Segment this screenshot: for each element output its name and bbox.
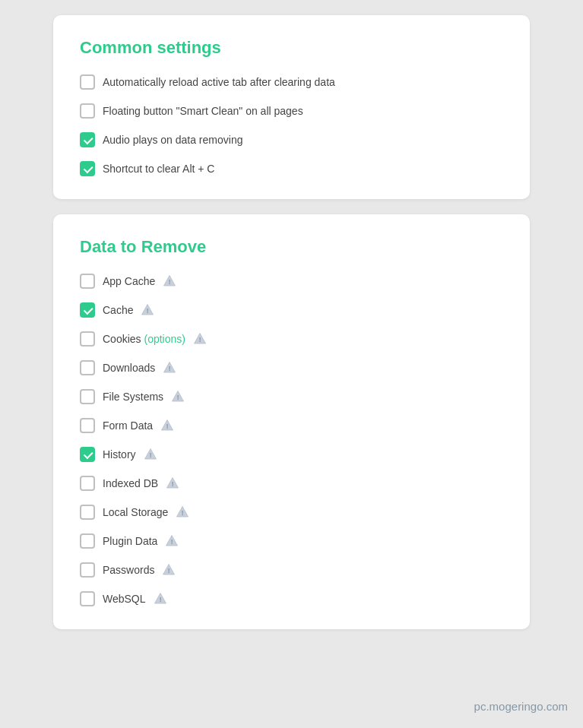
- checkbox-cache[interactable]: [80, 302, 95, 318]
- checkbox-row-local-storage: Local Storage !: [80, 505, 503, 520]
- checkbox-indexed-db[interactable]: [80, 476, 95, 491]
- checkbox-cookies[interactable]: [80, 331, 95, 347]
- warning-icon-indexed-db: !: [166, 476, 179, 490]
- checkbox-row-plugin-data: Plugin Data !: [80, 533, 503, 549]
- checkbox-row-passwords: Passwords !: [80, 562, 503, 578]
- warning-icon-cache: !: [141, 303, 154, 317]
- checkbox-history[interactable]: [80, 447, 95, 462]
- warning-icon-form-data: !: [160, 419, 174, 432]
- label-plugin-data: Plugin Data: [103, 535, 157, 547]
- checkbox-row-cookies: Cookies (options) !: [80, 331, 503, 347]
- checkbox-row-file-systems: File Systems !: [80, 389, 503, 404]
- label-cookies: Cookies (options): [103, 333, 185, 345]
- label-audio-plays: Audio plays on data removing: [103, 134, 242, 146]
- label-auto-reload: Automatically reload active tab after cl…: [103, 76, 335, 88]
- checkbox-file-systems[interactable]: [80, 389, 95, 404]
- warning-icon-passwords: !: [162, 563, 176, 577]
- label-cache: Cache: [103, 304, 133, 316]
- checkbox-row-form-data: Form Data !: [80, 418, 503, 433]
- cookies-options-text: (options): [144, 333, 185, 345]
- svg-text:!: !: [149, 452, 151, 459]
- common-settings-card: Common settings Automatically reload act…: [53, 15, 530, 199]
- label-websql: WebSQL: [103, 593, 146, 605]
- warning-icon-cookies: !: [193, 332, 207, 346]
- label-file-systems: File Systems: [103, 391, 163, 403]
- label-downloads: Downloads: [103, 362, 155, 374]
- label-floating-button: Floating button "Smart Clean" on all pag…: [103, 105, 303, 117]
- label-local-storage: Local Storage: [103, 506, 168, 518]
- data-to-remove-title: Data to Remove: [80, 237, 503, 257]
- warning-icon-file-systems: !: [171, 390, 185, 404]
- checkbox-passwords[interactable]: [80, 562, 95, 578]
- checkbox-row-cache: Cache !: [80, 302, 503, 318]
- warning-icon-plugin-data: !: [165, 534, 179, 548]
- checkbox-row-auto-reload: Automatically reload active tab after cl…: [80, 74, 503, 90]
- checkbox-audio-plays[interactable]: [80, 132, 95, 147]
- svg-text:!: !: [172, 481, 174, 488]
- label-history: History: [103, 448, 136, 461]
- label-shortcut: Shortcut to clear Alt + C: [103, 163, 214, 175]
- checkbox-row-shortcut: Shortcut to clear Alt + C: [80, 161, 503, 176]
- common-settings-title: Common settings: [80, 38, 503, 58]
- warning-icon-downloads: !: [163, 361, 176, 375]
- svg-text:!: !: [169, 366, 171, 372]
- checkbox-row-downloads: Downloads !: [80, 360, 503, 375]
- warning-icon-websql: !: [154, 592, 167, 606]
- checkbox-plugin-data[interactable]: [80, 533, 95, 549]
- svg-text:!: !: [182, 510, 184, 517]
- checkbox-row-history: History !: [80, 447, 503, 462]
- checkbox-app-cache[interactable]: [80, 274, 95, 289]
- checkbox-floating-button[interactable]: [80, 103, 95, 119]
- svg-text:!: !: [171, 539, 173, 546]
- svg-text:!: !: [177, 394, 179, 401]
- checkbox-row-indexed-db: Indexed DB !: [80, 476, 503, 491]
- svg-text:!: !: [199, 337, 201, 343]
- warning-icon-app-cache: !: [163, 274, 176, 288]
- watermark: pc.mogeringo.com: [474, 700, 568, 713]
- checkbox-shortcut[interactable]: [80, 161, 95, 176]
- svg-text:!: !: [168, 568, 170, 574]
- checkbox-auto-reload[interactable]: [80, 74, 95, 90]
- checkbox-row-app-cache: App Cache !: [80, 274, 503, 289]
- label-form-data: Form Data: [103, 419, 153, 432]
- checkbox-websql[interactable]: [80, 591, 95, 606]
- warning-icon-local-storage: !: [176, 505, 189, 519]
- data-to-remove-card: Data to Remove App Cache ! Cache !: [53, 214, 530, 629]
- svg-text:!: !: [169, 279, 171, 286]
- checkbox-row-websql: WebSQL !: [80, 591, 503, 606]
- svg-text:!: !: [147, 308, 149, 315]
- label-indexed-db: Indexed DB: [103, 477, 158, 489]
- checkbox-row-floating-button: Floating button "Smart Clean" on all pag…: [80, 103, 503, 119]
- checkbox-row-audio-plays: Audio plays on data removing: [80, 132, 503, 147]
- checkbox-form-data[interactable]: [80, 418, 95, 433]
- label-app-cache: App Cache: [103, 275, 155, 287]
- checkbox-local-storage[interactable]: [80, 505, 95, 520]
- checkbox-downloads[interactable]: [80, 360, 95, 375]
- svg-text:!: !: [166, 423, 169, 430]
- label-passwords: Passwords: [103, 564, 154, 576]
- svg-text:!: !: [159, 597, 161, 603]
- warning-icon-history: !: [144, 448, 157, 461]
- page-wrapper: Common settings Automatically reload act…: [0, 0, 583, 660]
